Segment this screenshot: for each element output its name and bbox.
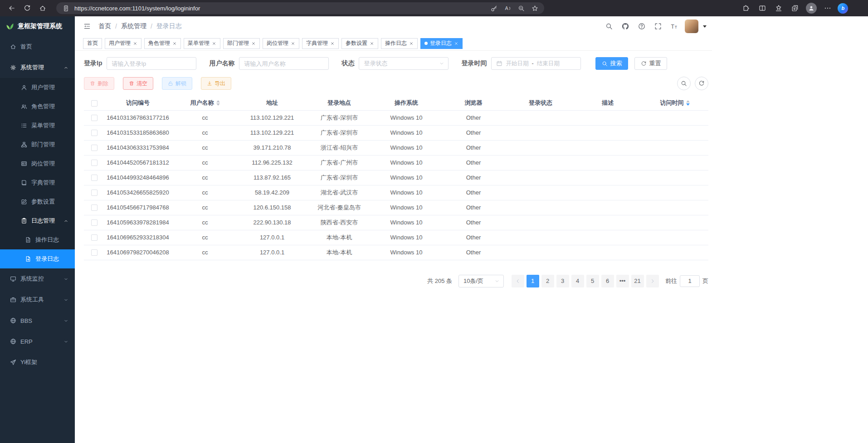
more-pages-button[interactable]: ••• bbox=[616, 275, 629, 287]
row-checkbox[interactable] bbox=[91, 115, 98, 121]
tab-操作日志[interactable]: 操作日志 bbox=[381, 38, 418, 49]
tab-用户管理[interactable]: 用户管理 bbox=[105, 38, 141, 49]
sidebar-item-bbs[interactable]: BBS bbox=[0, 310, 75, 331]
table-row[interactable]: 1641044520567181312cc112.96.225.132广东省-广… bbox=[84, 155, 708, 170]
row-checkbox[interactable] bbox=[91, 130, 98, 136]
row-checkbox[interactable] bbox=[91, 219, 98, 226]
sidebar-item-monitor[interactable]: 系统监控 bbox=[0, 268, 75, 289]
prev-page-button[interactable] bbox=[512, 275, 524, 287]
sidebar-item-erp[interactable]: ERP bbox=[0, 331, 75, 352]
address-bar[interactable]: https://ccnetcore.com:1101/system/log/lo… bbox=[56, 2, 544, 14]
close-icon[interactable] bbox=[251, 41, 256, 46]
delete-button[interactable]: 删除 bbox=[84, 77, 114, 90]
row-checkbox[interactable] bbox=[91, 204, 98, 211]
search-icon[interactable] bbox=[603, 20, 615, 32]
collections-icon[interactable] bbox=[789, 2, 801, 15]
table-row[interactable]: 1641054566717984768cc120.6.150.158河北省-秦皇… bbox=[84, 200, 708, 215]
status-select[interactable]: 登录状态 bbox=[359, 57, 449, 70]
sidebar-item-operlog[interactable]: 操作日志 bbox=[0, 230, 75, 249]
sidebar-item-system[interactable]: 系统管理 bbox=[0, 57, 75, 78]
sidebar-item-dict[interactable]: 字典管理 bbox=[0, 173, 75, 192]
help-icon[interactable] bbox=[636, 20, 648, 32]
sort-carets-icon[interactable] bbox=[686, 100, 690, 106]
username-input[interactable] bbox=[239, 57, 329, 70]
favorites-star-icon[interactable] bbox=[530, 3, 540, 13]
close-icon[interactable] bbox=[330, 41, 335, 46]
close-icon[interactable] bbox=[133, 41, 137, 46]
page-3-button[interactable]: 3 bbox=[556, 275, 569, 287]
sidebar-item-role[interactable]: 角色管理 bbox=[0, 97, 75, 116]
tab-角色管理[interactable]: 角色管理 bbox=[144, 38, 181, 49]
sidebar-item-yi[interactable]: Yi框架 bbox=[0, 352, 75, 373]
close-icon[interactable] bbox=[454, 41, 458, 46]
date-range-picker[interactable]: 开始日期 - 结束日期 bbox=[491, 57, 581, 70]
sidebar-item-loginlog[interactable]: 登录日志 bbox=[0, 249, 75, 268]
fullscreen-icon[interactable] bbox=[652, 20, 664, 32]
table-row[interactable]: 1641069652933218304cc127.0.0.1本地-本机Windo… bbox=[84, 230, 708, 245]
tab-菜单管理[interactable]: 菜单管理 bbox=[184, 38, 220, 49]
table-row[interactable]: 1641031533185863680cc113.102.129.221广东省-… bbox=[84, 125, 708, 140]
column-header[interactable]: 访问时间 bbox=[641, 96, 708, 110]
sort-carets-icon[interactable] bbox=[216, 100, 220, 106]
table-row[interactable]: 1641043063331753984cc39.171.210.78浙江省-绍兴… bbox=[84, 140, 708, 155]
extensions-icon[interactable] bbox=[740, 2, 752, 15]
page-6-button[interactable]: 6 bbox=[601, 275, 614, 287]
zoom-out-icon[interactable] bbox=[516, 3, 526, 13]
tab-参数设置[interactable]: 参数设置 bbox=[341, 38, 378, 49]
refresh-table-button[interactable] bbox=[695, 77, 708, 90]
close-icon[interactable] bbox=[409, 41, 414, 46]
row-checkbox[interactable] bbox=[91, 175, 98, 181]
page-5-button[interactable]: 5 bbox=[586, 275, 599, 287]
breadcrumb-item-home[interactable]: 首页 bbox=[98, 22, 111, 30]
row-checkbox[interactable] bbox=[91, 190, 98, 196]
close-icon[interactable] bbox=[212, 41, 216, 46]
reload-icon[interactable] bbox=[21, 2, 34, 15]
page-4-button[interactable]: 4 bbox=[571, 275, 584, 287]
sidebar-item-post[interactable]: 岗位管理 bbox=[0, 154, 75, 173]
github-icon[interactable] bbox=[619, 20, 631, 32]
tab-岗位管理[interactable]: 岗位管理 bbox=[263, 38, 299, 49]
tab-部门管理[interactable]: 部门管理 bbox=[223, 38, 260, 49]
row-checkbox[interactable] bbox=[91, 234, 98, 241]
tab-登录日志[interactable]: 登录日志 bbox=[420, 38, 463, 49]
row-checkbox[interactable] bbox=[91, 160, 98, 166]
back-icon[interactable] bbox=[5, 2, 18, 15]
sidebar-item-user[interactable]: 用户管理 bbox=[0, 78, 75, 97]
close-icon[interactable] bbox=[291, 41, 295, 46]
sidebar-item-home[interactable]: 首页 bbox=[0, 36, 75, 57]
browser-menu-icon[interactable] bbox=[821, 2, 834, 15]
page-21-button[interactable]: 21 bbox=[631, 275, 644, 287]
row-checkbox[interactable] bbox=[91, 249, 98, 256]
unlock-button[interactable]: 解锁 bbox=[162, 77, 192, 90]
browser-profile-avatar[interactable] bbox=[805, 2, 818, 15]
favorites-bar-icon[interactable] bbox=[772, 2, 785, 15]
reset-button[interactable]: 重置 bbox=[634, 57, 667, 70]
page-size-select[interactable]: 10条/页 bbox=[458, 275, 504, 287]
table-row[interactable]: 1641031367863177216cc113.102.129.221广东省-… bbox=[84, 110, 708, 125]
row-checkbox[interactable] bbox=[91, 145, 98, 151]
page-1-button[interactable]: 1 bbox=[527, 275, 539, 287]
table-row[interactable]: 1641053426655825920cc58.19.42.209湖北省-武汉市… bbox=[84, 185, 708, 200]
breadcrumb-item-system[interactable]: 系统管理 bbox=[121, 22, 146, 30]
page-info-icon[interactable] bbox=[61, 3, 71, 13]
column-header[interactable]: 用户名称 bbox=[171, 96, 239, 110]
page-2-button[interactable]: 2 bbox=[541, 275, 554, 287]
copilot-icon[interactable]: b bbox=[838, 3, 848, 14]
next-page-button[interactable] bbox=[646, 275, 659, 287]
search-button[interactable]: 搜索 bbox=[595, 57, 628, 70]
sidebar-item-config[interactable]: 参数设置 bbox=[0, 192, 75, 211]
close-icon[interactable] bbox=[370, 41, 374, 46]
goto-page-input[interactable] bbox=[680, 275, 700, 287]
password-key-icon[interactable] bbox=[489, 3, 499, 13]
read-aloud-icon[interactable]: A bbox=[502, 3, 512, 13]
tab-字典管理[interactable]: 字典管理 bbox=[302, 38, 339, 49]
select-all-checkbox[interactable] bbox=[91, 100, 98, 107]
export-button[interactable]: 导出 bbox=[201, 77, 231, 90]
show-search-button[interactable] bbox=[677, 77, 691, 90]
clear-button[interactable]: 清空 bbox=[123, 77, 153, 90]
close-icon[interactable] bbox=[172, 41, 177, 46]
split-screen-icon[interactable] bbox=[756, 2, 769, 15]
sidebar-toggle[interactable] bbox=[81, 20, 93, 32]
browser-home-icon[interactable] bbox=[36, 2, 49, 15]
sidebar-item-dept[interactable]: 部门管理 bbox=[0, 135, 75, 154]
